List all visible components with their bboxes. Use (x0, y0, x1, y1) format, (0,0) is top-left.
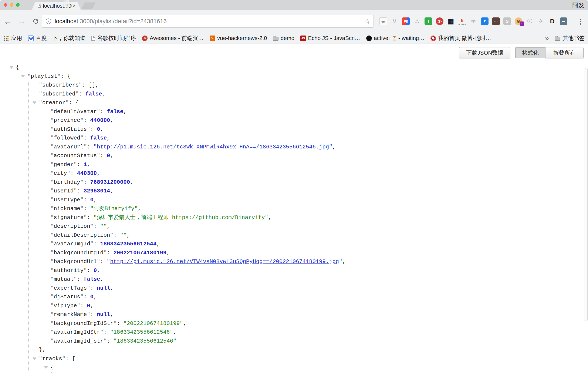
json-token: : (107, 338, 113, 344)
json-token: 1 (84, 161, 87, 168)
sitemap-glyph: ∴ (413, 17, 421, 25)
translate-icon[interactable]: en (379, 17, 388, 26)
bookmark-demo[interactable]: demo (273, 35, 294, 42)
html5-player-icon[interactable]: 5PLAYER (458, 17, 467, 26)
json-token: avatarImgId_str (50, 338, 107, 344)
vue-glyph: V (391, 17, 398, 25)
more-tools-icon[interactable]: ••• (559, 17, 568, 26)
json-token: backgroundImgIdStr (50, 320, 117, 327)
collapse-toggle-icon[interactable] (21, 75, 25, 78)
v-icon (210, 35, 215, 41)
dark-mode-d-icon[interactable]: D (548, 17, 557, 26)
bookmark-vue-hackernews[interactable]: vue-hackernews-2.0 (210, 35, 267, 42)
json-token: subscribers (39, 82, 82, 88)
json-viewer: {playlist: {subscribers: [],subscribed: … (0, 63, 582, 372)
json-token: , (97, 170, 100, 177)
bookmark-apps[interactable]: 应用 (3, 34, 22, 42)
collapse-toggle-icon[interactable] (44, 366, 48, 369)
bird-icon[interactable]: ✈ (536, 17, 546, 26)
json-line: subscribed: false, (0, 90, 582, 99)
json-token: userId (50, 188, 77, 194)
page-info-icon[interactable]: i (46, 19, 51, 24)
json-token: null (97, 285, 110, 291)
json-line: djStatus: 0, (0, 293, 582, 301)
mask-icon[interactable]: ∞ (492, 17, 500, 26)
url-path: :3000/playlist/detail?id=24381616 (78, 18, 167, 24)
json-line: birthday: 768931200000, (0, 178, 582, 187)
json-token: , (110, 152, 114, 159)
bookmark-active-waiting[interactable]: active:- waiting… (366, 35, 425, 42)
bookmark-label: Echo JS - JavaScri… (308, 35, 360, 42)
a-icon (142, 35, 147, 41)
json-token: avatarUrl (50, 144, 87, 150)
monkey-badge: 1 (520, 21, 524, 26)
window-zoom-button[interactable] (16, 3, 20, 7)
json-line: tracks: [ (0, 354, 582, 363)
window-close-button[interactable] (4, 3, 7, 7)
page-content: 下载JSON数据 格式化 折叠所有 {playlist: {subscriber… (0, 44, 588, 373)
back-button[interactable]: ← (2, 10, 14, 33)
url-text[interactable]: localhost:3000/playlist/detail?id=243816… (55, 18, 364, 25)
tampermonkey-icon[interactable]: T (424, 17, 433, 26)
json-token: , (123, 108, 127, 115)
monkey-icon[interactable]: ◉1 (514, 17, 523, 26)
url-link[interactable]: http://p1.music.126.net/tc3Wk_XNPmwiR4hx… (97, 144, 329, 150)
tab-close-icon[interactable]: × (73, 3, 76, 8)
collapse-toggle-icon[interactable] (32, 101, 36, 104)
browser-tab[interactable]: localhost:3000/playlist/detail? × (32, 2, 81, 10)
browser-menu-icon[interactable] (576, 17, 585, 26)
html5-player-glyph: 5 (458, 17, 466, 24)
json-token: , (173, 329, 177, 335)
collapse-toggle-icon[interactable] (32, 357, 36, 360)
json-line: userType: 0, (0, 196, 582, 204)
format-button[interactable]: 格式化 (515, 47, 546, 58)
fast-forward-icon[interactable]: ≫ (435, 17, 444, 26)
download-json-button[interactable]: 下载JSON数据 (459, 47, 510, 58)
json-line: backgroundUrl: "http://p1.music.126.net/… (0, 257, 582, 266)
v-shield-glyph: ▼ (481, 17, 489, 25)
json-token: creator (39, 99, 69, 106)
json-line: detailDescription: "", (0, 231, 582, 240)
html5-player-sub-label: PLAYER (459, 24, 466, 26)
v-shield-icon[interactable]: ▼ (480, 17, 489, 26)
other-bookmarks-folder[interactable]: 其他书签 (555, 34, 585, 42)
vertical-scrollbar[interactable] (585, 68, 588, 321)
stylish-icon[interactable]: S (503, 17, 512, 26)
json-line: avatarImgId: 18633423556612544, (0, 240, 582, 249)
json-token: , (183, 320, 186, 327)
vue-icon[interactable]: V (390, 17, 399, 26)
json-line: subscribers: [], (0, 81, 582, 90)
profile-name[interactable]: 阿发 (572, 1, 584, 9)
json-token: " (329, 144, 333, 150)
qrcode-icon[interactable]: ▦ (446, 17, 455, 26)
folder-icon (273, 37, 278, 41)
url-bar[interactable]: i localhost:3000/playlist/detail?id=2438… (42, 15, 374, 28)
window-minimize-button[interactable] (10, 3, 13, 7)
json-token: , (102, 91, 105, 97)
json-token: province (50, 117, 84, 124)
weibo-eye-icon[interactable]: ☉ (525, 17, 534, 26)
tampermonkey-glyph: T (425, 17, 432, 25)
json-token: , (110, 117, 114, 124)
new-tab-button[interactable] (82, 2, 95, 9)
collapse-all-button[interactable]: 折叠所有 (545, 47, 584, 58)
bookmark-echo-js[interactable]: Echo JS - JavaScri… (300, 35, 360, 42)
bookmark-star-icon[interactable]: ☆ (364, 17, 370, 25)
paw-icon[interactable]: ✾ (469, 17, 478, 26)
json-token: 0 (97, 126, 100, 132)
json-token: , (127, 232, 130, 238)
url-link[interactable]: http://p1.music.126.net/VTW4vsN08vwL3uSQ… (110, 258, 339, 265)
bookmark-baidu[interactable]: 百度一下，你就知道 (28, 34, 85, 42)
json-token: subscribed (39, 91, 79, 97)
collapse-toggle-icon[interactable] (10, 66, 13, 69)
reload-button[interactable] (30, 10, 42, 33)
json-token: , (97, 267, 100, 274)
json-token: avatarImgIdStr (50, 329, 104, 335)
bookmarks-overflow-chevron[interactable]: » (545, 34, 549, 42)
bookmark-awesomes[interactable]: Awesomes - 前端资… (142, 34, 204, 42)
json-token: : (70, 170, 77, 177)
fe-icon[interactable]: FE (401, 17, 410, 26)
bookmark-weibo[interactable]: 我的首页 微博-随时… (430, 34, 491, 42)
bookmark-google-sorted[interactable]: 谷歌按时间排序 (91, 34, 136, 42)
sitemap-icon[interactable]: ∴ (413, 17, 421, 26)
